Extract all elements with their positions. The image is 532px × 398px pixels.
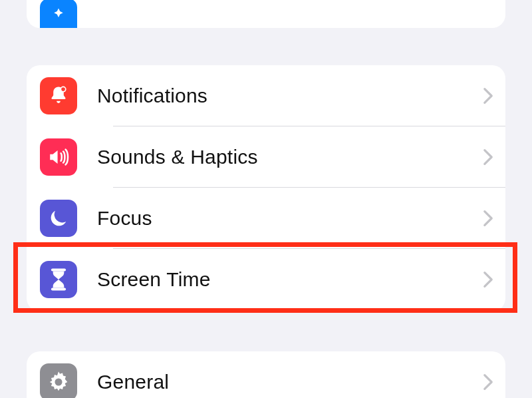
bell-icon (40, 77, 77, 114)
settings-group-main: Notifications Sounds & Haptics Focus (27, 65, 505, 311)
settings-group-bottom: General (27, 351, 505, 398)
settings-row-label: Notifications (97, 85, 483, 107)
chevron-right-icon (483, 373, 493, 391)
svg-rect-3 (51, 288, 66, 290)
chevron-right-icon (483, 87, 493, 104)
speaker-icon (40, 138, 77, 176)
appstore-icon (40, 0, 77, 28)
svg-rect-2 (51, 268, 66, 271)
chevron-right-icon (483, 148, 493, 166)
settings-row-notifications[interactable]: Notifications (27, 65, 505, 126)
svg-point-1 (61, 87, 65, 91)
settings-row-label: Sounds & Haptics (97, 146, 483, 168)
settings-row-label: Screen Time (97, 268, 483, 291)
chevron-right-icon (483, 210, 493, 227)
settings-row-sounds[interactable]: Sounds & Haptics (27, 126, 505, 188)
gear-icon (40, 363, 77, 398)
svg-point-4 (57, 380, 61, 385)
settings-row-focus[interactable]: Focus (27, 188, 505, 249)
settings-row[interactable] (27, 0, 505, 28)
settings-row-screentime[interactable]: Screen Time (27, 249, 505, 310)
settings-group-top (27, 0, 505, 28)
moon-icon (40, 200, 77, 237)
chevron-right-icon (483, 271, 493, 288)
settings-row-label: Focus (97, 207, 483, 230)
settings-row-label: General (97, 371, 483, 393)
settings-row-general[interactable]: General (27, 351, 505, 398)
hourglass-icon (40, 261, 77, 298)
